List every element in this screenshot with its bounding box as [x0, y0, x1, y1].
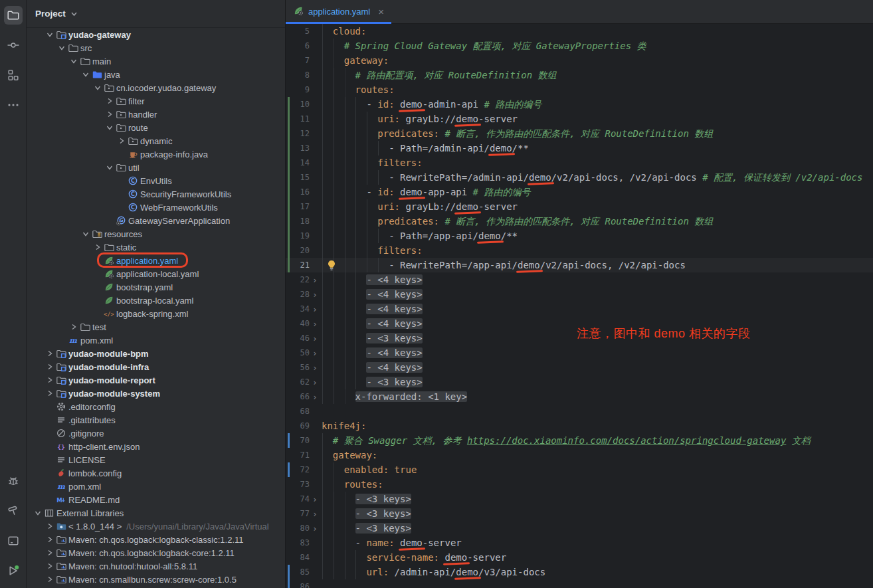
- fold-arrow-icon[interactable]: ›: [310, 524, 320, 534]
- tree-item-lombok-config[interactable]: lombok.config: [27, 466, 285, 480]
- fold-arrow-icon[interactable]: ›: [310, 377, 320, 387]
- code-line-14[interactable]: 14 filters:: [286, 155, 873, 170]
- tool-button-terminal[interactable]: [4, 532, 23, 550]
- code-line-7[interactable]: 7 gateway:: [286, 53, 873, 68]
- tree-item-test[interactable]: test: [27, 320, 285, 334]
- code-line-50[interactable]: 50› - <4 keys>: [286, 345, 873, 360]
- fold-arrow-icon[interactable]: ›: [310, 494, 320, 504]
- tree-item-maven-ch-qos-logback-logback-core-1-2-11[interactable]: Maven: ch.qos.logback:logback-core:1.2.1…: [27, 546, 285, 559]
- tool-button-structure[interactable]: [4, 66, 23, 84]
- fold-arrow-icon[interactable]: ›: [310, 334, 320, 343]
- tree-item-yudao-gateway[interactable]: yudao-gateway: [27, 28, 285, 41]
- tree-item-pom-xml[interactable]: mpom.xml: [27, 480, 285, 493]
- code-line-69[interactable]: 69knife4j:: [286, 419, 873, 433]
- tool-button-debug[interactable]: [4, 472, 23, 490]
- code-line-21[interactable]: 21 - RewritePath=/app-api/demo/v2/api-do…: [286, 258, 873, 272]
- chevron-right-icon[interactable]: [44, 350, 56, 357]
- chevron-down-icon[interactable]: [104, 124, 116, 131]
- tool-button-project[interactable]: [4, 6, 23, 25]
- chevron-down-icon[interactable]: [68, 58, 80, 64]
- chevron-right-icon[interactable]: [44, 377, 56, 383]
- tree-item-bootstrap-yaml[interactable]: bootstrap.yaml: [27, 280, 285, 294]
- chevron-right-icon[interactable]: [44, 536, 56, 543]
- chevron-down-icon[interactable]: [56, 45, 68, 51]
- editor-tab-application-yaml[interactable]: application.yaml ×: [286, 0, 391, 23]
- tree-item-filter[interactable]: filter: [27, 94, 285, 108]
- code-line-20[interactable]: 20 filters:: [286, 243, 873, 258]
- close-icon[interactable]: ×: [378, 7, 384, 17]
- tree-item-resources[interactable]: resources: [27, 227, 285, 241]
- chevron-right-icon[interactable]: [44, 523, 56, 530]
- code-line-70[interactable]: 70 # 聚合 Swagger 文档, 参考 https://doc.xiaom…: [286, 433, 873, 448]
- tool-button-services[interactable]: [4, 561, 23, 580]
- chevron-right-icon[interactable]: [44, 390, 56, 397]
- code-line-46[interactable]: 46› - <3 keys>: [286, 331, 873, 345]
- tree-item-util[interactable]: util: [27, 161, 285, 174]
- code-line-16[interactable]: 16 - id: demo-app-api # 路由的编号: [286, 185, 873, 199]
- code-line-68[interactable]: 68: [286, 404, 873, 419]
- tree-item-logback-spring-xml[interactable]: </>logback-spring.xml: [27, 307, 285, 320]
- code-line-72[interactable]: 72 enabled: true: [286, 462, 873, 477]
- code-line-62[interactable]: 62› - <3 keys>: [286, 375, 873, 389]
- chevron-right-icon[interactable]: [104, 111, 116, 118]
- tree-item-envutils[interactable]: CEnvUtils: [27, 174, 285, 187]
- chevron-right-icon[interactable]: [116, 138, 128, 144]
- tree-item-gitattributes[interactable]: .gitattributes: [27, 413, 285, 427]
- chevron-right-icon[interactable]: [68, 324, 80, 330]
- code-line-6[interactable]: 6 # Spring Cloud Gateway 配置项, 对应 Gateway…: [286, 39, 873, 53]
- tree-item-gitignore[interactable]: .gitignore: [27, 427, 285, 440]
- code-line-83[interactable]: 83 - name: demo-server: [286, 536, 873, 550]
- code-line-22[interactable]: 22› - <4 keys>: [286, 272, 873, 287]
- tree-item-securityframeworkutils[interactable]: CSecurityFrameworkUtils: [27, 187, 285, 201]
- code-line-86[interactable]: 86: [286, 579, 873, 588]
- tree-item-application-yaml[interactable]: application.yaml: [27, 254, 285, 267]
- code-line-8[interactable]: 8 # 路由配置项, 对应 RouteDefinition 数组: [286, 68, 873, 82]
- code-line-77[interactable]: 77› - <3 keys>: [286, 506, 873, 521]
- code-line-13[interactable]: 13 - Path=/admin-api/demo/**: [286, 141, 873, 155]
- chevron-right-icon[interactable]: [104, 98, 116, 104]
- tree-item-yudao-module-bpm[interactable]: yudao-module-bpm: [27, 347, 285, 360]
- fold-arrow-icon[interactable]: ›: [310, 348, 320, 358]
- code-line-17[interactable]: 17 uri: grayLb://demo-server: [286, 199, 873, 214]
- fold-arrow-icon[interactable]: ›: [310, 363, 320, 373]
- tool-button-build[interactable]: [4, 502, 23, 520]
- tree-item-dynamic[interactable]: dynamic: [27, 134, 285, 147]
- tree-item-src[interactable]: src: [27, 41, 285, 54]
- tree-item-pom-xml[interactable]: mpom.xml: [27, 334, 285, 347]
- tree-item-handler[interactable]: handler: [27, 108, 285, 121]
- chevron-down-icon[interactable]: [32, 510, 44, 516]
- tree-item-1-8-0-144[interactable]: < 1.8.0_144 >/Users/yunai/Library/Java/J…: [27, 520, 285, 533]
- code-line-19[interactable]: 19 - Path=/app-api/demo/**: [286, 229, 873, 243]
- intention-bulb-icon[interactable]: [327, 260, 336, 274]
- tree-item-external-libraries[interactable]: External Libraries: [27, 506, 285, 520]
- code-line-34[interactable]: 34› - <4 keys>: [286, 302, 873, 316]
- fold-arrow-icon[interactable]: ›: [310, 290, 320, 300]
- code-line-56[interactable]: 56› - <4 keys>: [286, 360, 873, 375]
- code-line-11[interactable]: 11 uri: grayLb://demo-server: [286, 112, 873, 126]
- tree-item-cn-iocoder-yudao-gateway[interactable]: cn.iocoder.yudao.gateway: [27, 81, 285, 94]
- fold-arrow-icon[interactable]: ›: [310, 275, 320, 285]
- chevron-down-icon[interactable]: [70, 8, 78, 20]
- fold-arrow-icon[interactable]: ›: [310, 304, 320, 314]
- code-line-74[interactable]: 74› - <3 keys>: [286, 492, 873, 506]
- chevron-right-icon[interactable]: [44, 563, 56, 569]
- fold-arrow-icon[interactable]: ›: [310, 319, 320, 329]
- code-line-15[interactable]: 15 - RewritePath=/admin-api/demo/v2/api-…: [286, 170, 873, 185]
- tree-item-license[interactable]: LICENSE: [27, 453, 285, 466]
- tree-item-route[interactable]: route: [27, 121, 285, 134]
- chevron-right-icon[interactable]: [92, 244, 104, 250]
- tree-item-main[interactable]: main: [27, 54, 285, 68]
- code-line-73[interactable]: 73 routes:: [286, 477, 873, 492]
- tree-item-gatewayserverapplication[interactable]: GGatewayServerApplication: [27, 214, 285, 227]
- code-line-66[interactable]: 66› x-forwarded: <1 key>: [286, 389, 873, 404]
- tree-item-package-info-java[interactable]: package-info.java: [27, 147, 285, 161]
- code-line-18[interactable]: 18 predicates: # 断言, 作为路由的匹配条件, 对应 Route…: [286, 214, 873, 229]
- tree-item-yudao-module-infra[interactable]: yudao-module-infra: [27, 360, 285, 373]
- code-line-40[interactable]: 40› - <4 keys>: [286, 316, 873, 331]
- code-line-84[interactable]: 84 service-name: demo-server: [286, 550, 873, 565]
- project-panel-header[interactable]: Project: [27, 0, 285, 28]
- tree-item-webframeworkutils[interactable]: CWebFrameworkUtils: [27, 201, 285, 214]
- chevron-down-icon[interactable]: [44, 31, 56, 38]
- tree-item-application-local-yaml[interactable]: application-local.yaml: [27, 267, 285, 280]
- chevron-down-icon[interactable]: [80, 231, 92, 237]
